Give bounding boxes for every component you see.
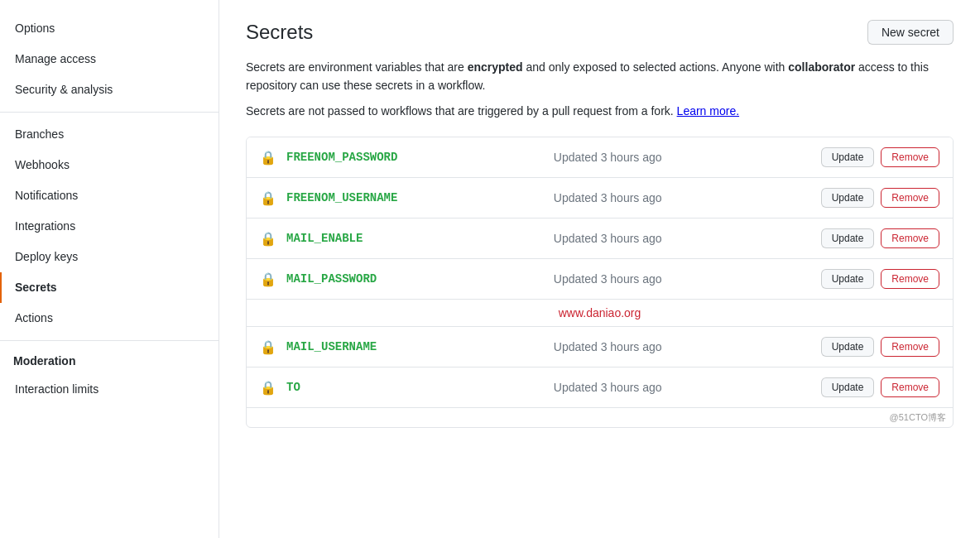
sidebar-item-security-analysis[interactable]: Security & analysis (0, 74, 219, 105)
page-header: Secrets New secret (246, 20, 954, 45)
secret-updated: Updated 3 hours ago (554, 340, 821, 353)
main-content: Secrets New secret Secrets are environme… (219, 0, 980, 538)
sidebar-item-integrations[interactable]: Integrations (0, 211, 219, 242)
update-button[interactable]: Update (821, 188, 875, 208)
secret-name: MAIL_PASSWORD (286, 272, 554, 286)
remove-button[interactable]: Remove (881, 228, 939, 248)
sidebar-moderation-header: Moderation (0, 348, 219, 374)
lock-icon: 🔒 (260, 190, 276, 206)
table-row: 🔒 MAIL_ENABLE Updated 3 hours ago Update… (247, 219, 953, 259)
sidebar-item-options[interactable]: Options (0, 13, 219, 44)
sidebar-item-manage-access[interactable]: Manage access (0, 44, 219, 74)
secret-updated: Updated 3 hours ago (554, 151, 821, 164)
sidebar-item-webhooks[interactable]: Webhooks (0, 150, 219, 180)
learn-more-link[interactable]: Learn more. (677, 104, 739, 118)
secret-updated: Updated 3 hours ago (554, 232, 821, 245)
sidebar-divider-2 (0, 340, 219, 341)
secret-name: MAIL_ENABLE (286, 232, 554, 245)
sidebar: Options Manage access Security & analysi… (0, 0, 219, 538)
secret-actions: Update Remove (821, 147, 939, 167)
table-row: 🔒 FREENOM_USERNAME Updated 3 hours ago U… (247, 178, 953, 219)
secret-name: FREENOM_PASSWORD (286, 151, 554, 164)
secret-name: FREENOM_USERNAME (286, 191, 554, 204)
lock-icon: 🔒 (260, 231, 276, 247)
remove-button[interactable]: Remove (881, 269, 939, 289)
sidebar-item-notifications[interactable]: Notifications (0, 180, 219, 211)
sidebar-item-interaction-limits[interactable]: Interaction limits (0, 374, 219, 405)
sidebar-item-secrets[interactable]: Secrets (0, 272, 219, 303)
update-button[interactable]: Update (821, 377, 875, 397)
table-row: 🔒 FREENOM_PASSWORD Updated 3 hours ago U… (247, 137, 953, 178)
description-1: Secrets are environment variables that a… (246, 58, 954, 95)
attribution: @51CTO博客 (247, 408, 953, 427)
secret-name: TO (286, 381, 554, 394)
lock-icon: 🔒 (260, 150, 276, 166)
secret-updated: Updated 3 hours ago (554, 191, 821, 204)
sidebar-divider-1 (0, 112, 219, 113)
secret-actions: Update Remove (821, 228, 939, 248)
page-title: Secrets (246, 21, 313, 44)
secret-actions: Update Remove (821, 269, 939, 289)
table-row: 🔒 MAIL_USERNAME Updated 3 hours ago Upda… (247, 327, 953, 367)
description-2: Secrets are not passed to workflows that… (246, 102, 954, 120)
update-button[interactable]: Update (821, 269, 875, 289)
table-row: 🔒 TO Updated 3 hours ago Update Remove (247, 367, 953, 408)
remove-button[interactable]: Remove (881, 337, 939, 357)
sidebar-item-actions[interactable]: Actions (0, 303, 219, 334)
update-button[interactable]: Update (821, 337, 875, 357)
table-row: 🔒 MAIL_PASSWORD Updated 3 hours ago Upda… (247, 259, 953, 300)
sidebar-item-branches[interactable]: Branches (0, 119, 219, 150)
watermark: www.daniao.org (247, 300, 953, 327)
remove-button[interactable]: Remove (881, 377, 939, 397)
secret-actions: Update Remove (821, 377, 939, 397)
lock-icon: 🔒 (260, 380, 276, 396)
update-button[interactable]: Update (821, 228, 875, 248)
secret-updated: Updated 3 hours ago (554, 381, 821, 394)
secrets-list: 🔒 FREENOM_PASSWORD Updated 3 hours ago U… (246, 137, 954, 428)
secret-actions: Update Remove (821, 188, 939, 208)
new-secret-button[interactable]: New secret (867, 20, 954, 45)
lock-icon: 🔒 (260, 339, 276, 355)
remove-button[interactable]: Remove (881, 188, 939, 208)
secret-name: MAIL_USERNAME (286, 340, 554, 353)
secret-actions: Update Remove (821, 337, 939, 357)
update-button[interactable]: Update (821, 147, 875, 167)
sidebar-item-deploy-keys[interactable]: Deploy keys (0, 242, 219, 272)
remove-button[interactable]: Remove (881, 147, 939, 167)
lock-icon: 🔒 (260, 271, 276, 287)
secret-updated: Updated 3 hours ago (554, 272, 821, 286)
